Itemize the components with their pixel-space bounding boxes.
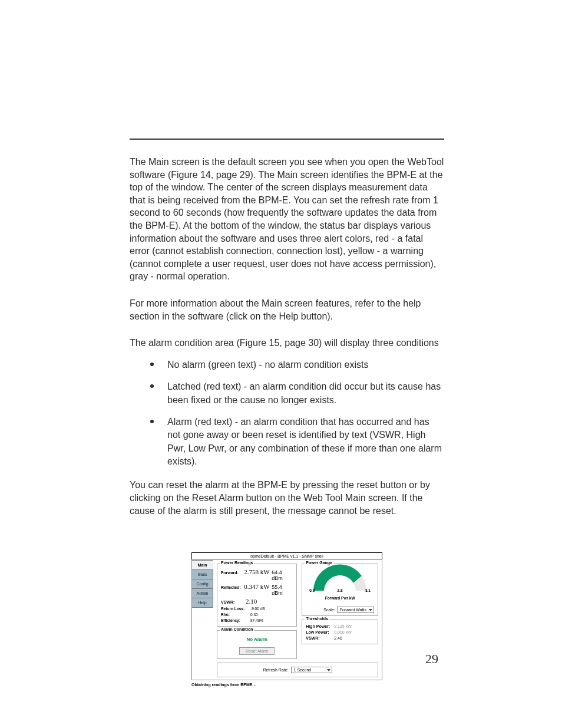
gauge-tick-0: 0.0 [309, 588, 315, 592]
eff-value: 87.40% [250, 618, 263, 622]
rho-value: 0.35 [250, 612, 258, 617]
panel-alarm-condition: Alarm Condition No Alarm Reset Alarm [217, 630, 297, 659]
gauge-axis-label: Forward Pwr kW [306, 596, 374, 600]
low-power-label: Low Power: [306, 630, 334, 634]
rloss-label: Return Loss: [221, 607, 250, 611]
panel-refresh: Refresh Rate: 1 Second [217, 663, 378, 677]
page-number: 29 [425, 651, 438, 667]
eff-label: Efficiency: [221, 618, 250, 622]
panel-title-thresholds: Thresholds [305, 617, 329, 621]
tab-main[interactable]: Main [192, 560, 213, 570]
page: The Main screen is the default screen yo… [0, 0, 562, 728]
gauge: 0.0 2.8 3.1 Forward Pwr kW [306, 566, 374, 602]
reflected-db: 55.4 dBm [272, 584, 293, 596]
high-power-value: 3.125 kW [334, 624, 352, 628]
alarm-condition-latched: Latched (red text) - an alarm condition … [161, 377, 444, 407]
app-body: Main Stats Config Admin Help Power Readi… [191, 559, 382, 680]
reflected-value: 0.347 kW [244, 583, 272, 590]
vswr-value: 2.10 [246, 598, 275, 605]
panel-title-readings: Power Readings [220, 561, 254, 565]
low-power-value: 0.000 kW [334, 630, 352, 634]
app-window-title: bpmeDefault - BPME v1.1 - SNMP shell [191, 552, 382, 559]
th-vswr-value: 2.40 [334, 636, 342, 640]
scale-select[interactable]: Forward Watts [337, 607, 374, 613]
high-power-label: High Power: [306, 624, 334, 628]
tab-stats[interactable]: Stats [192, 569, 213, 579]
sidebar-tabs: Main Stats Config Admin Help [192, 560, 213, 680]
panel-power-readings: Power Readings Forward: 2.758 kW 64.4 dB… [217, 564, 297, 627]
gauge-tick-1: 2.8 [338, 588, 343, 592]
paragraph-main-overview: The Main screen is the default screen yo… [130, 156, 444, 283]
tab-admin[interactable]: Admin [192, 588, 213, 598]
forward-label: Forward: [221, 571, 244, 575]
panel-power-gauge: Power Gauge 0.0 2.8 3.1 [302, 564, 378, 616]
rho-label: Rho: [221, 612, 250, 617]
alarm-condition-noalarm: No alarm (green text) - no alarm conditi… [161, 355, 444, 371]
content-area: Power Readings Forward: 2.758 kW 64.4 dB… [213, 560, 382, 680]
figure-webtool-main: bpmeDefault - BPME v1.1 - SNMP shell Mai… [191, 552, 382, 687]
forward-value: 2.758 kW [244, 568, 272, 575]
reset-alarm-button[interactable]: Reset Alarm [239, 647, 275, 655]
tab-config[interactable]: Config [192, 579, 213, 589]
paragraph-reset-alarm: You can reset the alarm at the BPM-E by … [130, 479, 444, 517]
scale-label: Scale: [323, 608, 335, 612]
tab-help[interactable]: Help [192, 598, 213, 608]
rloss-value: -9.00 dB [250, 607, 265, 611]
forward-db: 64.4 dBm [272, 569, 293, 581]
refresh-label: Refresh Rate: [263, 668, 288, 672]
status-bar: Obtaining readings from BPME... [191, 683, 382, 687]
alarm-status-text: No Alarm [221, 637, 293, 642]
paragraph-help-ref: For more information about the Main scre… [130, 297, 444, 322]
gauge-tick-2: 3.1 [365, 588, 371, 592]
alarm-conditions-list: No alarm (green text) - no alarm conditi… [161, 355, 444, 469]
th-vswr-label: VSWR: [306, 636, 334, 640]
paragraph-alarm-intro: The alarm condition area (Figure 15, pag… [130, 337, 444, 350]
refresh-select[interactable]: 1 Second [291, 667, 332, 673]
alarm-condition-alarm: Alarm (red text) - an alarm condition th… [161, 413, 444, 469]
panel-thresholds: Thresholds High Power: 3.125 kW Low Powe… [302, 620, 378, 644]
reflected-label: Reflected: [221, 585, 244, 589]
panel-title-alarm: Alarm Condition [220, 627, 254, 631]
vswr-label: VSWR: [221, 600, 246, 604]
